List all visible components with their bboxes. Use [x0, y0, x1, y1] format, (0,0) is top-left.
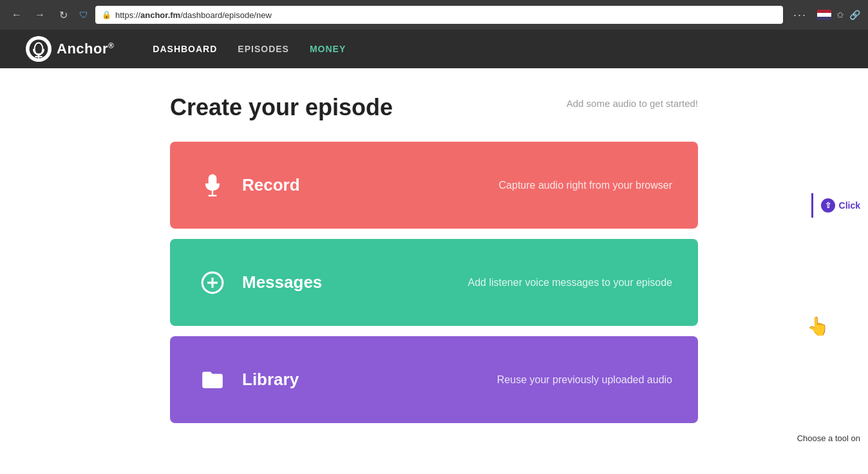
reload-button[interactable]: ↻	[54, 6, 72, 24]
record-description: Capture audio right from your browser	[499, 180, 672, 191]
bookmark-icon[interactable]: ✩	[836, 10, 844, 20]
main-content: Create your episode Add some audio to ge…	[144, 68, 724, 423]
share-icon[interactable]: 🔗	[849, 10, 860, 20]
cursor-hand-icon: 👆	[807, 316, 829, 336]
flag-icon	[817, 10, 831, 20]
messages-label: Messages	[242, 272, 345, 292]
nav-links: DASHBOARD EPISODES MONEY	[153, 44, 346, 54]
side-annotation-click: ⇧ Click	[811, 193, 868, 218]
lock-icon: 🔒	[102, 10, 111, 19]
page-title: Create your episode	[170, 94, 393, 121]
logo-icon	[26, 36, 52, 62]
shield-icon: 🛡	[77, 8, 90, 21]
messages-card[interactable]: Messages Add listener voice messages to …	[170, 239, 698, 326]
nav-dashboard[interactable]: DASHBOARD	[153, 44, 217, 54]
page-header: Create your episode Add some audio to ge…	[170, 94, 698, 121]
click-label: Click	[839, 200, 860, 211]
library-card[interactable]: Library Reuse your previously uploaded a…	[170, 336, 698, 423]
library-label: Library	[242, 370, 345, 390]
library-description: Reuse your previously uploaded audio	[497, 374, 672, 386]
folder-icon	[196, 363, 229, 397]
back-button[interactable]: ←	[8, 6, 26, 24]
messages-icon	[196, 266, 229, 299]
browser-menu-button[interactable]: ···	[788, 6, 812, 24]
messages-description: Add listener voice messages to your epis…	[467, 277, 672, 289]
browser-chrome: ← → ↻ 🛡 🔒 https://anchor.fm/dashboard/ep…	[0, 0, 868, 30]
cards-container: Record Capture audio right from your bro…	[170, 142, 698, 423]
microphone-icon	[196, 169, 229, 202]
page-subtitle: Add some audio to get started!	[567, 98, 698, 109]
logo-text: Anchor®	[57, 41, 114, 57]
upload-icon: ⇧	[821, 198, 835, 213]
logo[interactable]: Anchor®	[26, 36, 114, 62]
forward-button[interactable]: →	[31, 6, 49, 24]
nav-bar: Anchor® DASHBOARD EPISODES MONEY	[0, 30, 868, 68]
cursor-overlay: 👆	[807, 316, 829, 337]
nav-episodes[interactable]: EPISODES	[238, 44, 289, 54]
address-bar[interactable]: 🔒 https://anchor.fm/dashboard/episode/ne…	[95, 6, 783, 24]
record-card[interactable]: Record Capture audio right from your bro…	[170, 142, 698, 229]
url-text: https://anchor.fm/dashboard/episode/new	[115, 10, 272, 20]
nav-money[interactable]: MONEY	[310, 44, 346, 54]
record-label: Record	[242, 175, 345, 195]
